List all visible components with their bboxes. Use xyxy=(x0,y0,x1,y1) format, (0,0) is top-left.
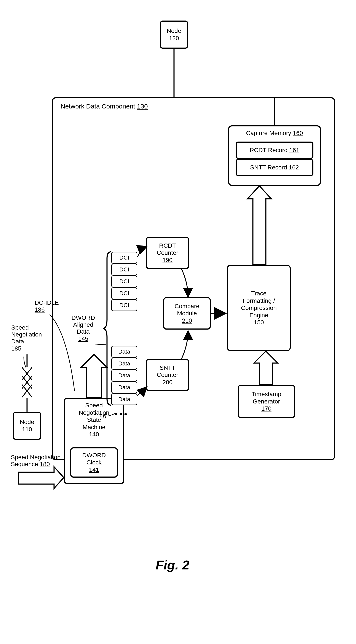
node110-num: 110 xyxy=(22,426,32,433)
rcdtrec-n: 161 xyxy=(289,146,299,154)
tr-l1: Trace xyxy=(251,290,266,297)
da-num: 145 xyxy=(78,336,88,342)
sns-num: 180 xyxy=(40,461,50,468)
num-146: 146 xyxy=(96,413,106,420)
snd-l3: Data xyxy=(11,338,24,345)
ts-l1: Timestamp xyxy=(252,390,281,398)
node-110: Node 110 xyxy=(13,412,41,440)
snsm-num: 140 xyxy=(89,431,99,438)
dci-n: 186 xyxy=(34,306,45,313)
figure-label: Fig. 2 xyxy=(156,558,190,572)
rcdt-record: RCDT Record 161 xyxy=(236,142,314,159)
svg-line-3 xyxy=(22,385,32,397)
snd-l1: Speed xyxy=(11,324,29,331)
dci-1: DCI xyxy=(111,264,137,276)
svg-line-6 xyxy=(22,368,32,380)
snsm-l4: Machine xyxy=(82,424,106,431)
svg-line-5 xyxy=(22,368,32,380)
ndc-num: 130 xyxy=(137,103,148,110)
da-l1: DWORD xyxy=(72,314,95,321)
sntt-record: SNTT Record 162 xyxy=(236,159,314,176)
snttrec-n: 162 xyxy=(289,164,299,171)
node-120: Node 120 xyxy=(160,20,188,48)
cap-label: Capture Memory xyxy=(246,130,291,136)
rcdtrec-l: RCDT Record xyxy=(250,146,288,154)
tr-l3: Compression xyxy=(241,304,277,312)
node120-num: 120 xyxy=(169,34,179,42)
dword-aligned-label: DWORD Aligned Data 145 xyxy=(64,314,103,342)
sns-l1: Speed Negotiation xyxy=(11,454,60,460)
cmp-l1: Compare xyxy=(174,302,199,310)
cap-num: 160 xyxy=(293,130,303,136)
dwcl-num: 141 xyxy=(89,466,99,474)
svg-line-4 xyxy=(22,385,32,397)
ts-num: 170 xyxy=(261,405,272,412)
dci-2: DCI xyxy=(111,276,137,288)
tr-l2: Formatting / xyxy=(243,297,275,304)
dwcl-l2: Clock xyxy=(86,459,102,466)
compare-module: Compare Module 210 xyxy=(163,297,211,330)
dci-4: DCI xyxy=(111,299,137,311)
sntt-counter: SNTT Counter 200 xyxy=(146,359,189,391)
snd-l2: Negotiation xyxy=(11,331,42,338)
rcdt-l2: Counter xyxy=(157,249,178,256)
data-3: Data xyxy=(111,382,137,393)
sns-l2: Sequence xyxy=(11,461,38,468)
dots-146: ••• xyxy=(114,409,129,419)
speed-neg-seq-label: Speed Negotiation Sequence 180 xyxy=(11,454,67,468)
sntt-l2: Counter xyxy=(157,371,178,378)
dc-idle-label: DC-IDLE 186 xyxy=(34,299,69,313)
rcdt-counter: RCDT Counter 190 xyxy=(146,237,189,269)
timestamp-gen: Timestamp Generator 170 xyxy=(238,385,295,418)
data-0: Data xyxy=(111,346,137,358)
sntt-l1: SNTT xyxy=(160,364,175,372)
dword-clock: DWORD Clock 141 xyxy=(70,447,118,478)
sntt-num: 200 xyxy=(162,378,173,386)
rcdt-l1: RCDT xyxy=(159,242,176,250)
ts-l2: Generator xyxy=(253,398,280,405)
snsm-l1: Speed xyxy=(86,402,103,409)
tr-num: 150 xyxy=(254,319,264,326)
dci-0: DCI xyxy=(111,252,137,264)
trace-engine: Trace Formatting / Compression Engine 15… xyxy=(227,265,291,351)
data-2: Data xyxy=(111,370,137,382)
rcdt-num: 190 xyxy=(162,256,173,264)
speed-neg-data-label: Speed Negotiation Data 185 xyxy=(11,324,52,352)
dci-3: DCI xyxy=(111,288,137,299)
node110-label: Node xyxy=(20,418,34,426)
snd-num: 185 xyxy=(11,345,22,352)
tr-l4: Engine xyxy=(250,312,268,319)
da-l2: Aligned xyxy=(73,321,93,328)
dwcl-l1: DWORD xyxy=(82,452,106,459)
dci-l: DC-IDLE xyxy=(34,299,59,306)
svg-line-1 xyxy=(22,376,32,388)
snttrec-l: SNTT Record xyxy=(250,164,287,171)
ndc-text: Network Data Component xyxy=(60,103,135,110)
cmp-num: 210 xyxy=(182,317,192,324)
da-l3: Data xyxy=(77,328,90,335)
node120-label: Node xyxy=(167,27,181,34)
svg-line-2 xyxy=(22,376,32,388)
data-1: Data xyxy=(111,358,137,370)
ndc-label: Network Data Component 130 xyxy=(60,103,148,110)
cmp-l2: Module xyxy=(177,310,197,317)
data-4: Data xyxy=(111,393,137,405)
